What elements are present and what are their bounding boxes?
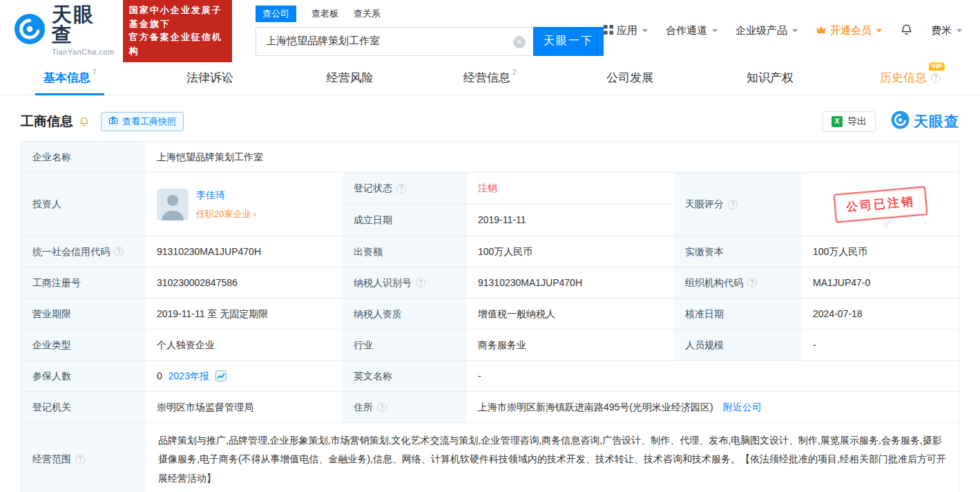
capital-label: 出资额 [343, 236, 467, 267]
tianyancha-watermark-icon [891, 111, 910, 132]
reg-authority-label: 登记机关 [21, 392, 146, 422]
help-icon[interactable]: ? [377, 402, 387, 412]
chevron-down-icon [957, 29, 962, 32]
tab-legal-label: 法律诉讼 [186, 70, 233, 86]
chevron-down-icon [792, 29, 798, 32]
search-tab-relation[interactable]: 查关系 [354, 8, 381, 20]
annual-report-link[interactable]: 2023年报 [169, 369, 209, 384]
view-snapshot-button[interactable]: 查看工商快照 [101, 112, 184, 131]
menu-vip-label: 开通会员 [830, 24, 872, 37]
search-button[interactable]: 天眼一下 [533, 27, 604, 56]
tab-history-label: 历史信息 [880, 71, 927, 84]
notification-bell[interactable] [900, 23, 913, 38]
tab-operating-info-label: 经营信息 [463, 70, 510, 86]
investor-value: 李佳琦 任职20家企业 › [146, 173, 343, 236]
tianyancha-logo[interactable]: 天眼查 TianYanCha.com [14, 5, 115, 56]
search-tab-company[interactable]: 查公司 [256, 6, 296, 22]
investor-name-link[interactable]: 李佳琦 [196, 188, 256, 202]
investor-avatar[interactable] [157, 189, 189, 220]
search-tab-boss[interactable]: 查老板 [311, 8, 338, 20]
reg-number-value: 310230002847586 [146, 267, 343, 298]
tab-operating-info-count: 2 [512, 68, 517, 76]
tab-history-info[interactable]: 历史信息 VIP ? [840, 61, 980, 95]
approval-date-value: 2024-07-18 [802, 299, 959, 329]
business-info-table: 企业名称 上海恺望品牌策划工作室 投资人 李佳琦 任职20家企业 › [21, 141, 959, 492]
excel-icon: X [832, 116, 843, 127]
help-icon[interactable]: ? [747, 278, 757, 287]
crown-icon [816, 25, 827, 37]
table-row: 企业名称 上海恺望品牌策划工作室 [21, 142, 959, 173]
address-label: 住所 ? [343, 392, 467, 422]
badge-line-1: 国家中小企业发展子基金旗下 [129, 3, 226, 30]
tab-legal-proceedings[interactable]: 法律诉讼 [140, 61, 280, 95]
establish-date-label: 成立日期 [343, 205, 467, 236]
chevron-right-icon: › [253, 209, 256, 219]
table-row: 经营范围 ? 品牌策划与推广,品牌管理,企业形象策划,市场营销策划,文化艺术交流… [21, 423, 959, 492]
search-area: 查公司 查老板 查关系 ✕ 天眼一下 [256, 6, 604, 56]
search-input[interactable] [256, 28, 533, 55]
tab-operating-risk[interactable]: 经营风险 [280, 61, 420, 95]
menu-open-vip[interactable]: 开通会员 [816, 24, 882, 37]
watermark-text: 天眼查 [914, 112, 959, 131]
english-name-value: - [467, 361, 959, 391]
apps-grid-icon [604, 25, 613, 37]
business-scope-label: 经营范围 ? [21, 423, 146, 492]
staff-size-value: - [802, 330, 959, 360]
help-icon[interactable]: ? [728, 200, 738, 209]
table-row: 营业期限 2019-11-11 至 无固定期限 纳税人资质 增值税一般纳税人 核… [21, 299, 959, 330]
establish-date-value: 2019-11-11 [467, 205, 674, 236]
business-term-value: 2019-11-11 至 无固定期限 [146, 299, 343, 329]
investor-label: 投资人 [21, 173, 146, 236]
export-button[interactable]: X 导出 [823, 111, 876, 132]
help-icon[interactable]: ? [75, 455, 85, 464]
business-scope-value: 品牌策划与推广,品牌管理,企业形象策划,市场营销策划,文化艺术交流与策划,企业管… [146, 423, 959, 492]
chevron-down-icon [876, 29, 882, 32]
taxpayer-quality-label: 纳税人资质 [343, 299, 467, 329]
paid-capital-value: 100万人民币 [802, 236, 959, 267]
tab-basic-info[interactable]: 基本信息 7 [0, 61, 140, 95]
approval-date-label: 核准日期 [674, 299, 802, 329]
credit-code-label: 统一社会信用代码 ? [21, 236, 146, 267]
tab-company-development[interactable]: 公司发展 [560, 61, 700, 95]
help-icon[interactable]: ? [931, 73, 941, 83]
capital-value: 100万人民币 [467, 236, 674, 267]
search-input-wrap: ✕ [256, 27, 533, 56]
tab-basic-info-count: 7 [93, 68, 97, 76]
company-name-value: 上海恺望品牌策划工作室 [146, 142, 959, 172]
subscribe-bell-icon[interactable] [79, 116, 90, 127]
business-info-section-header: 工商信息 查看工商快照 X 导出 [21, 111, 959, 132]
investor-positions-link[interactable]: 任职20家企业 › [196, 209, 256, 219]
vip-badge: VIP [929, 62, 945, 70]
help-icon[interactable]: ? [416, 278, 425, 287]
tab-ip-label: 知识产权 [747, 70, 794, 86]
insured-count-label: 参保人数 [21, 361, 146, 391]
table-row: 投资人 李佳琦 任职20家企业 › 登记状态 [21, 173, 959, 236]
menu-apps[interactable]: 应用 [604, 24, 648, 37]
help-icon[interactable]: ? [396, 184, 406, 193]
menu-cooperation[interactable]: 合作通道 [666, 24, 718, 37]
snapshot-button-label: 查看工商快照 [122, 115, 176, 128]
export-button-label: 导出 [847, 115, 867, 128]
table-row: 参保人数 0 2023年报 英文名称 - [21, 361, 959, 392]
staff-size-label: 人员规模 [674, 330, 802, 360]
logo-text: 天眼查 [52, 5, 115, 45]
clear-search-icon[interactable]: ✕ [513, 36, 526, 48]
menu-enterprise-products[interactable]: 企业级产品 [736, 24, 798, 37]
help-icon[interactable]: ? [114, 247, 124, 256]
nearby-companies-link[interactable]: 附近公司 [723, 400, 762, 415]
org-code-value: MA1JUP47-0 [802, 267, 959, 298]
user-menu[interactable]: 费米 [931, 24, 962, 37]
reg-status-label: 登记状态 ? [343, 173, 467, 204]
trend-chart-icon[interactable] [215, 370, 227, 381]
company-nav-tabs: 基本信息 7 法律诉讼 经营风险 经营信息 2 公司发展 知识产权 历史信息 V… [0, 61, 980, 95]
tab-intellectual-property[interactable]: 知识产权 [700, 61, 840, 95]
company-type-value: 个人独资企业 [146, 330, 343, 360]
insured-number: 0 [157, 369, 162, 384]
tab-operating-info[interactable]: 经营信息 2 [420, 61, 560, 95]
industry-value: 商务服务业 [467, 330, 674, 360]
table-row: 统一社会信用代码 ? 91310230MA1JUP470H 出资额 100万人民… [21, 236, 959, 267]
table-row: 企业类型 个人独资企业 行业 商务服务业 人员规模 - [21, 330, 959, 361]
menu-cooperation-label: 合作通道 [666, 24, 707, 37]
tab-risk-label: 经营风险 [327, 70, 374, 86]
search-tabs: 查公司 查老板 查关系 [256, 6, 604, 22]
